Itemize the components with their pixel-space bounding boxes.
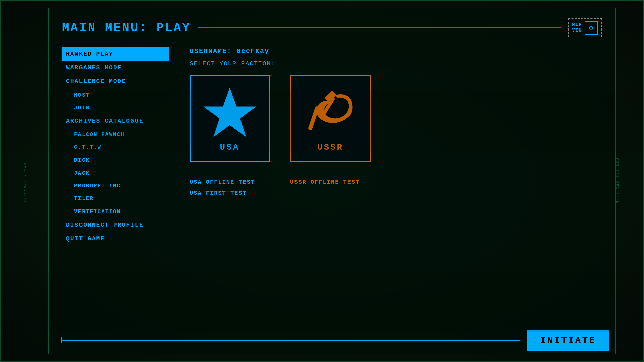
ussr-test-links: USSR OFFLINE TEST <box>290 179 371 201</box>
sidebar-item-ranked-play[interactable]: RANKED PLAY <box>62 47 169 61</box>
page-title: MAIN MENU: PLAY <box>62 21 191 35</box>
corner-tr <box>635 3 641 9</box>
svg-marker-0 <box>204 88 256 137</box>
sidebar-item-tiler[interactable]: TILER <box>62 192 169 205</box>
corner-br <box>635 353 641 359</box>
ussr-hammer-sickle-icon <box>304 85 357 138</box>
sidebar-item-disconnect-profile[interactable]: DISCONNECT PROFILE <box>62 218 169 232</box>
initiate-button[interactable]: INITIATE <box>527 330 609 351</box>
sidebar-item-verification[interactable]: VERIFICATION <box>62 205 169 218</box>
faction-card-ussr[interactable]: USSR <box>290 75 371 162</box>
sidebar-item-falcon-pawnch[interactable]: FALCON PAWNCH <box>62 128 169 141</box>
usa-label: USA <box>220 142 240 153</box>
sidebar-item-join[interactable]: JOIN <box>62 102 169 114</box>
sidebar-item-cttw[interactable]: C.T.T.W. <box>62 141 169 154</box>
ussr-offline-test-link[interactable]: USSR OFFLINE TEST <box>290 179 371 185</box>
sidebar-item-dick[interactable]: DICK <box>62 154 169 167</box>
test-links-row: USA OFFLINE TEST USA FIRST TEST USSR OFF… <box>190 179 602 201</box>
sidebar-item-host[interactable]: HOST <box>62 89 169 102</box>
side-text-left: AN/FSQ-7 • SAGE <box>23 159 28 202</box>
main-panel: MAIN MENU: PLAY MIR VIN ⚙ RANKED PLAY WA… <box>48 8 616 354</box>
screen-background: AN/FSQ-7 • SAGE CSS (A) SFC-14/N MAIN ME… <box>0 0 644 362</box>
gear-icon: ⚙ <box>589 23 594 33</box>
sidebar-item-challenge-mode[interactable]: CHALLENGE MODE <box>62 75 169 88</box>
header-line <box>198 27 561 28</box>
mir-vin-label: MIR VIN <box>572 22 582 34</box>
sidebar-item-wargames-mode[interactable]: WARGAMES MODE <box>62 61 169 75</box>
header-row: MAIN MENU: PLAY MIR VIN ⚙ <box>62 18 602 37</box>
usa-test-links: USA OFFLINE TEST USA FIRST TEST <box>190 179 270 201</box>
main-content: USERNAME: GeeFKay SELECT YOUR FACTION: U… <box>176 47 602 246</box>
sidebar-item-quit-game[interactable]: QUIT GAME <box>62 232 169 246</box>
sidebar-item-jack[interactable]: JACK <box>62 167 169 180</box>
ussr-label: USSR <box>317 142 343 153</box>
usa-offline-test-link[interactable]: USA OFFLINE TEST <box>190 179 270 185</box>
content-area: RANKED PLAY WARGAMES MODE CHALLENGE MODE… <box>62 47 602 246</box>
sidebar: RANKED PLAY WARGAMES MODE CHALLENGE MODE… <box>62 47 176 246</box>
usa-star-icon <box>203 85 257 138</box>
faction-row: USA USSR <box>190 75 602 162</box>
corner-bl <box>3 353 9 359</box>
corner-tl <box>3 3 9 9</box>
top-right-info: MIR VIN ⚙ <box>568 18 602 37</box>
faction-select-label: SELECT YOUR FACTION: <box>190 60 602 67</box>
sidebar-item-archives-catalogue[interactable]: ARCHIVES CATALOGUE <box>62 114 169 128</box>
faction-card-usa[interactable]: USA <box>190 75 270 162</box>
usa-first-test-link[interactable]: USA FIRST TEST <box>190 190 270 196</box>
bottom-bar: INITIATE <box>61 330 609 351</box>
sidebar-item-probopet[interactable]: PROBOPET Inc <box>62 180 169 192</box>
bottom-input-line <box>61 340 520 341</box>
settings-button[interactable]: ⚙ <box>585 21 598 35</box>
username-display: USERNAME: GeeFKay <box>190 47 602 55</box>
